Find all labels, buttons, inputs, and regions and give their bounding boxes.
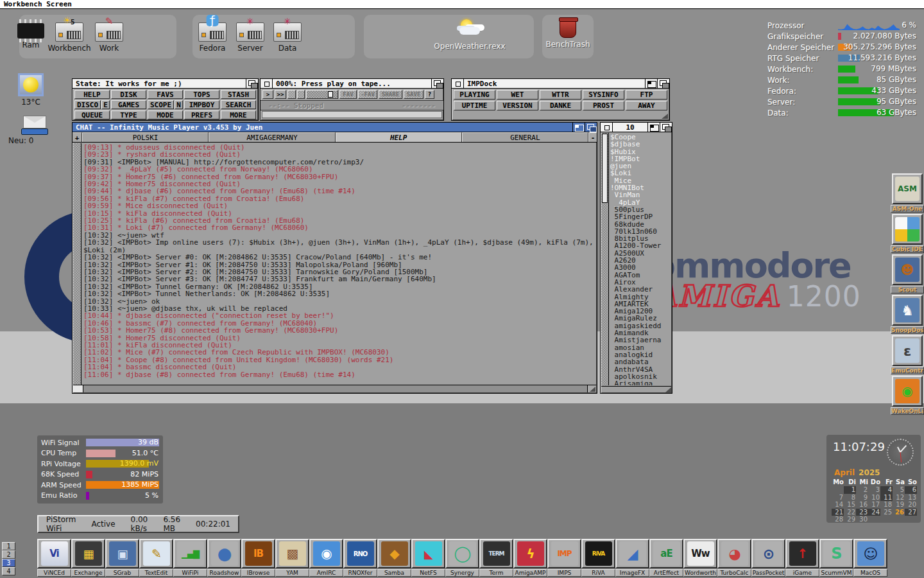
close-gadget-icon[interactable] xyxy=(261,79,273,88)
impdock-button[interactable]: PLAYING xyxy=(454,90,495,100)
scrollbar-thumb[interactable] xyxy=(602,134,608,203)
dock-button[interactable]: TERM xyxy=(479,539,513,568)
dock-item[interactable]: ☻ Scout xyxy=(891,254,924,293)
state-button[interactable]: GAMES xyxy=(111,100,146,109)
weather-sun-icon[interactable] xyxy=(18,73,44,96)
scrollbar-track[interactable] xyxy=(83,385,587,392)
dock-item[interactable]: ✎ TextEdit xyxy=(139,539,173,577)
dock-item[interactable]: ▁▄▇ WiFiPi xyxy=(173,539,207,577)
dock-item[interactable]: ◣ NetFS xyxy=(411,539,445,577)
pager-button[interactable]: 2 xyxy=(2,550,15,559)
dock-button[interactable]: ε xyxy=(892,335,923,366)
dock-item[interactable]: S ScummVM xyxy=(819,539,853,577)
depth-gadget-icon[interactable] xyxy=(431,79,443,88)
dock-button[interactable]: aE xyxy=(649,539,683,568)
desktop-icon-data[interactable]: ✳ Data xyxy=(263,22,312,53)
close-gadget-icon[interactable] xyxy=(452,79,464,88)
dock-item[interactable]: ◉ AmIRC xyxy=(309,539,343,577)
chat-horizontal-scrollbar[interactable] xyxy=(73,385,596,392)
dock-button[interactable]: ▁▄▇ xyxy=(173,539,207,568)
dock-button[interactable]: ◉ xyxy=(892,376,923,407)
tape-button[interactable]: ? xyxy=(425,90,434,99)
tape-button[interactable]: >> xyxy=(275,90,286,99)
mailbox-icon[interactable] xyxy=(21,116,48,135)
dock-button[interactable]: S xyxy=(819,539,853,568)
dock-button[interactable]: Vi xyxy=(37,539,71,568)
add-tab-button[interactable]: + xyxy=(73,132,82,142)
dock-item[interactable]: ϟ AmigaAMP xyxy=(513,539,547,577)
dock-item[interactable]: ↑ iGame xyxy=(785,539,819,577)
user-list-item[interactable]: $djbase xyxy=(610,141,670,148)
dock-button[interactable]: ASM xyxy=(892,173,923,204)
dock-button[interactable]: ⊙ xyxy=(751,539,785,568)
dock-button[interactable]: ↑ xyxy=(785,539,819,568)
state-button[interactable]: HELP xyxy=(74,90,110,99)
tape-input-field[interactable] xyxy=(262,111,442,118)
tape-button[interactable] xyxy=(306,90,338,99)
pager-button[interactable]: 3 xyxy=(2,559,15,567)
chat-vertical-scrollbar[interactable] xyxy=(73,143,81,385)
user-list-item[interactable]: Alexander xyxy=(610,286,670,293)
chat-tab[interactable]: GENERAL xyxy=(462,132,588,142)
dock-button[interactable]: ▣ xyxy=(105,539,139,568)
zoom-gadget-icon[interactable] xyxy=(647,123,660,132)
state-sub-button[interactable]: E xyxy=(101,100,110,109)
tape-button[interactable] xyxy=(287,90,296,99)
dock-item[interactable]: ◯ Synergy xyxy=(445,539,479,577)
pager-button[interactable]: 1 xyxy=(2,542,15,550)
dock-button[interactable]: Ww xyxy=(683,539,717,568)
dock-item[interactable]: Cubic IDE xyxy=(891,214,924,253)
state-button[interactable]: PREFS xyxy=(184,110,219,119)
dock-item[interactable]: IB IBrowse xyxy=(241,539,275,577)
dock-item[interactable]: RNO RNOXfer xyxy=(343,539,377,577)
impdock-button[interactable]: AWAY xyxy=(626,101,667,110)
remove-tab-button[interactable]: - xyxy=(588,132,597,142)
depth-gadget-icon[interactable] xyxy=(246,79,258,88)
dock-item[interactable]: RiVA RiVA xyxy=(581,539,615,577)
user-list-item[interactable]: A3000 xyxy=(610,264,670,271)
dock-item[interactable]: ⊙ PassPocket xyxy=(751,539,785,577)
resize-gadget-icon[interactable] xyxy=(587,385,596,392)
dock-button[interactable]: ☺ xyxy=(853,539,887,568)
tape-button[interactable] xyxy=(297,90,305,99)
dock-button[interactable]: ◢ xyxy=(615,539,649,568)
impdock-titlebar[interactable]: IMPDock xyxy=(452,79,669,89)
dock-button[interactable]: ◯ xyxy=(445,539,479,568)
state-button[interactable]: DISK xyxy=(111,90,146,99)
state-button[interactable]: QUEUE xyxy=(74,110,110,119)
scrollbar-thumb[interactable] xyxy=(73,385,83,392)
state-button[interactable]: FAVS xyxy=(148,90,183,99)
desktop-icon-benchtrash[interactable]: BenchTrash xyxy=(543,19,592,49)
dock-button[interactable]: ♞ xyxy=(892,295,923,326)
userlist-scrollbar[interactable] xyxy=(601,133,609,385)
dock-item[interactable]: ● Roadshow xyxy=(207,539,241,577)
dock-item[interactable]: ♞ SnoopDos xyxy=(891,295,924,334)
state-button[interactable]: MODE xyxy=(148,110,183,119)
impdock-button[interactable]: SYSINFO xyxy=(583,90,624,100)
dock-button[interactable]: ✎ xyxy=(139,539,173,568)
desktop-icon-openweather[interactable]: OpenWeather.rexx xyxy=(425,19,515,51)
impdock-button[interactable]: FTP xyxy=(626,90,667,100)
dock-item[interactable]: ASM ASM-One xyxy=(891,173,924,213)
state-window-titlebar[interactable]: State: It works for me ;) xyxy=(73,79,258,89)
dock-item[interactable]: TERM Term xyxy=(479,539,513,577)
user-list-item[interactable]: 5FingerDP xyxy=(610,213,670,220)
user-list-item[interactable]: Amistjaerna xyxy=(610,337,670,344)
tape-button[interactable]: SHARE xyxy=(379,90,402,99)
user-list-item[interactable]: andabata xyxy=(610,358,670,365)
state-button[interactable]: IMPBOY xyxy=(184,100,219,109)
dock-item[interactable]: IMP IMPS xyxy=(547,539,581,577)
dock-button[interactable]: ● xyxy=(207,539,241,568)
dock-item[interactable]: ε EmuControl xyxy=(891,335,924,374)
state-button[interactable]: DISCO xyxy=(74,100,101,109)
dock-button[interactable]: RNO xyxy=(343,539,377,568)
dock-item[interactable]: ▦ Exchange xyxy=(71,539,105,577)
tape-window-titlebar[interactable]: 000%: Press play on tape... xyxy=(261,79,443,89)
tape-button[interactable]: -FAV xyxy=(358,90,377,99)
dock-button[interactable]: RiVA xyxy=(581,539,615,568)
impdock-button[interactable]: VERSION xyxy=(497,101,538,110)
resize-gadget-icon[interactable] xyxy=(663,387,671,392)
depth-gadget-icon[interactable] xyxy=(660,123,672,132)
dock-item[interactable]: ☺ MacOS xyxy=(853,539,887,577)
chat-tab[interactable]: HELP xyxy=(336,132,462,142)
